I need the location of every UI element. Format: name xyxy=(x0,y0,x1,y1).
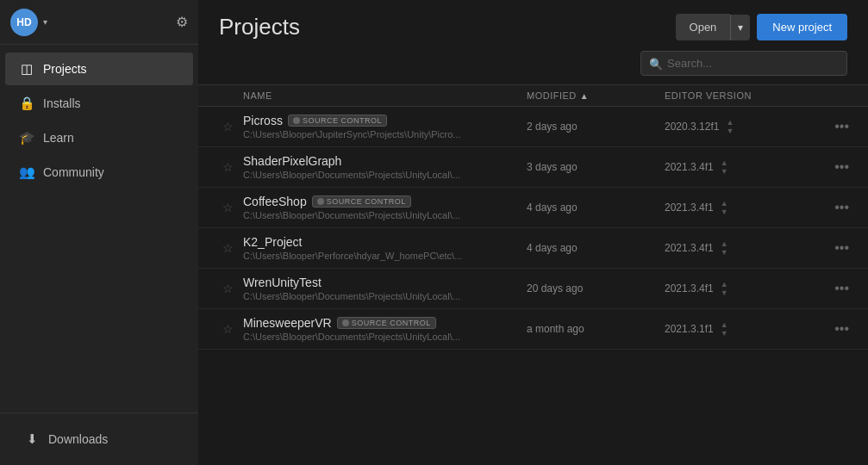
learn-icon: 🎓 xyxy=(19,130,34,146)
project-path: C:\Users\Blooper\Documents\Projects\Unit… xyxy=(243,170,527,180)
project-path: C:\Users\Blooper\Documents\Projects\Unit… xyxy=(243,291,527,301)
editor-version-text: 2021.3.1f1 xyxy=(665,323,714,335)
table-row[interactable]: ☆ ShaderPixelGraph C:\Users\Blooper\Docu… xyxy=(198,147,868,188)
editor-version-arrows[interactable]: ▲ ▼ xyxy=(721,199,728,216)
project-info: K2_Project C:\Users\Blooper\Perforce\hdy… xyxy=(243,235,527,261)
project-modified: 20 days ago xyxy=(527,282,665,294)
project-list: ☆ Picross SOURCE CONTROL C:\Users\Bloope… xyxy=(198,107,868,465)
project-path: C:\Users\Blooper\Documents\Projects\Unit… xyxy=(243,210,527,220)
row-menu-button[interactable]: ••• xyxy=(829,198,854,217)
editor-version-arrows[interactable]: ▲ ▼ xyxy=(721,280,728,297)
new-project-button[interactable]: New project xyxy=(757,14,847,40)
table-row[interactable]: ☆ WrenUnityTest C:\Users\Blooper\Documen… xyxy=(198,269,868,309)
arrow-down-icon: ▼ xyxy=(721,208,728,216)
project-editor-version: 2020.3.12f1 ▲ ▼ xyxy=(665,118,802,135)
sidebar-item-community[interactable]: 👥 Community xyxy=(5,156,193,189)
project-path: C:\Users\Blooper\Perforce\hdyar_W_homePC… xyxy=(243,251,527,261)
search-input[interactable] xyxy=(640,51,847,76)
source-badge-dot xyxy=(317,198,324,205)
source-badge-dot xyxy=(342,319,349,326)
project-path: C:\Users\Blooper\JupiterSync\Projects\Un… xyxy=(243,129,527,140)
project-info: Picross SOURCE CONTROL C:\Users\Blooper\… xyxy=(243,114,527,140)
project-modified: 4 days ago xyxy=(527,242,665,254)
star-button[interactable]: ☆ xyxy=(212,282,243,295)
avatar-dropdown-arrow[interactable]: ▾ xyxy=(43,17,47,27)
project-modified: 3 days ago xyxy=(527,161,665,173)
row-menu-button[interactable]: ••• xyxy=(829,158,854,177)
sidebar: HD ▾ ⚙ ◫ Projects 🔒 Installs 🎓 Learn 👥 C… xyxy=(0,0,198,465)
source-control-badge: SOURCE CONTROL xyxy=(337,317,436,329)
project-name: K2_Project xyxy=(243,235,302,249)
source-badge-dot xyxy=(293,117,300,124)
project-name-row: WrenUnityTest xyxy=(243,276,527,289)
source-control-badge: SOURCE CONTROL xyxy=(312,195,411,208)
sidebar-item-label-community: Community xyxy=(43,165,104,179)
editor-version-text: 2021.3.4f1 xyxy=(665,161,714,173)
table-row[interactable]: ☆ MinesweeperVR SOURCE CONTROL C:\Users\… xyxy=(198,309,868,350)
row-menu-button[interactable]: ••• xyxy=(829,319,854,338)
table-row[interactable]: ☆ CoffeeShop SOURCE CONTROL C:\Users\Blo… xyxy=(198,188,868,228)
col-modified-header[interactable]: MODIFIED ▲ xyxy=(527,90,665,101)
header-actions: Open ▾ New project xyxy=(676,14,847,40)
sidebar-item-learn[interactable]: 🎓 Learn xyxy=(5,121,193,154)
installs-icon: 🔒 xyxy=(19,96,34,111)
row-menu-button[interactable]: ••• xyxy=(829,117,854,136)
sidebar-item-label-installs: Installs xyxy=(43,96,81,110)
search-icon: 🔍 xyxy=(649,57,663,70)
sidebar-item-projects[interactable]: ◫ Projects xyxy=(5,53,193,85)
editor-version-arrows[interactable]: ▲ ▼ xyxy=(721,158,728,176)
row-actions: ••• xyxy=(802,158,854,177)
project-modified: a month ago xyxy=(527,323,665,335)
community-icon: 👥 xyxy=(19,164,34,180)
project-info: ShaderPixelGraph C:\Users\Blooper\Docume… xyxy=(243,154,527,180)
downloads-icon: ⬇ xyxy=(24,431,40,447)
page-title: Projects xyxy=(219,14,300,40)
project-info: WrenUnityTest C:\Users\Blooper\Documents… xyxy=(243,276,527,301)
projects-icon: ◫ xyxy=(19,61,34,77)
sidebar-bottom: ⬇ Downloads xyxy=(0,412,198,465)
project-info: MinesweeperVR SOURCE CONTROL C:\Users\Bl… xyxy=(243,316,527,342)
project-name: ShaderPixelGraph xyxy=(243,154,341,168)
project-modified: 2 days ago xyxy=(527,121,665,133)
table-header: NAME MODIFIED ▲ EDITOR VERSION xyxy=(198,84,868,107)
project-editor-version: 2021.3.4f1 ▲ ▼ xyxy=(665,199,802,216)
editor-version-arrows[interactable]: ▲ ▼ xyxy=(721,239,728,257)
avatar[interactable]: HD xyxy=(10,9,38,36)
gear-icon[interactable]: ⚙ xyxy=(176,14,188,30)
sidebar-nav: ◫ Projects 🔒 Installs 🎓 Learn 👥 Communit… xyxy=(0,45,198,412)
editor-version-text: 2021.3.4f1 xyxy=(665,202,714,214)
project-info: CoffeeShop SOURCE CONTROL C:\Users\Bloop… xyxy=(243,195,527,220)
arrow-down-icon: ▼ xyxy=(721,288,728,297)
open-dropdown-button[interactable]: ▾ xyxy=(730,15,750,40)
source-control-badge: SOURCE CONTROL xyxy=(288,115,387,127)
row-actions: ••• xyxy=(802,279,854,298)
sidebar-item-downloads[interactable]: ⬇ Downloads xyxy=(10,423,188,456)
star-button[interactable]: ☆ xyxy=(212,120,243,133)
row-actions: ••• xyxy=(802,198,854,217)
arrow-up-icon: ▲ xyxy=(721,199,728,208)
project-name-row: CoffeeShop SOURCE CONTROL xyxy=(243,195,527,208)
table-row[interactable]: ☆ Picross SOURCE CONTROL C:\Users\Bloope… xyxy=(198,107,868,147)
arrow-down-icon: ▼ xyxy=(721,329,728,338)
open-button[interactable]: Open xyxy=(676,14,731,40)
star-button[interactable]: ☆ xyxy=(212,241,243,255)
sidebar-item-installs[interactable]: 🔒 Installs xyxy=(5,87,193,120)
project-modified: 4 days ago xyxy=(527,202,665,214)
editor-version-arrows[interactable]: ▲ ▼ xyxy=(726,118,734,135)
project-name-row: Picross SOURCE CONTROL xyxy=(243,114,527,127)
star-button[interactable]: ☆ xyxy=(212,322,243,336)
project-editor-version: 2021.3.1f1 ▲ ▼ xyxy=(665,320,802,338)
sort-arrow: ▲ xyxy=(580,91,589,101)
star-button[interactable]: ☆ xyxy=(212,160,243,174)
editor-version-arrows[interactable]: ▲ ▼ xyxy=(721,320,728,338)
col-editor-header[interactable]: EDITOR VERSION xyxy=(665,90,802,101)
row-actions: ••• xyxy=(802,319,854,338)
row-menu-button[interactable]: ••• xyxy=(829,279,854,298)
table-row[interactable]: ☆ K2_Project C:\Users\Blooper\Perforce\h… xyxy=(198,228,868,269)
editor-version-text: 2021.3.4f1 xyxy=(665,282,714,294)
col-name-header[interactable]: NAME xyxy=(243,90,527,101)
star-button[interactable]: ☆ xyxy=(212,201,243,214)
project-name-row: MinesweeperVR SOURCE CONTROL xyxy=(243,316,527,330)
project-path: C:\Users\Blooper\Documents\Projects\Unit… xyxy=(243,332,527,342)
row-menu-button[interactable]: ••• xyxy=(829,239,854,257)
